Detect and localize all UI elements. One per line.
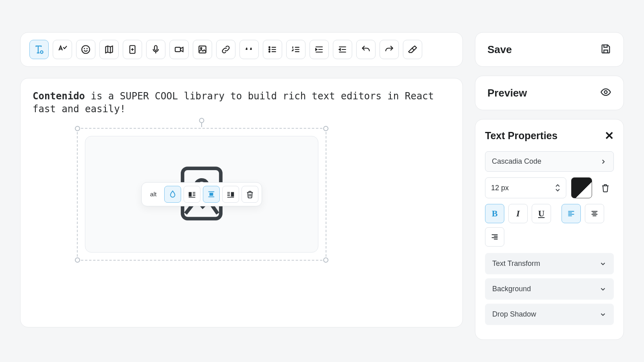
color-drop-button[interactable] [164,186,181,203]
editor-canvas[interactable]: Contenido is a SUPER COOL library to bui… [20,78,463,327]
svg-point-17 [605,91,607,94]
editor-strong-text: Contenido [33,90,85,102]
indent-decrease-button[interactable] [333,40,352,59]
svg-point-10 [269,49,270,50]
chevron-down-icon [599,311,607,318]
svg-point-9 [269,47,270,48]
quote-button[interactable] [239,40,259,59]
drop-shadow-section[interactable]: Drop Shadow [485,304,614,325]
align-left-button[interactable] [561,204,581,223]
close-panel-button[interactable]: ✕ [605,129,614,142]
align-float-center-button[interactable] [203,186,220,203]
editor-paragraph[interactable]: Contenido is a SUPER COOL library to bui… [33,90,450,116]
video-button[interactable] [169,40,189,59]
save-icon [600,43,611,56]
image-float-toolbar: alt [141,182,262,206]
svg-point-0 [40,51,43,53]
mic-button[interactable] [146,40,165,59]
preview-button[interactable]: Preview [475,76,624,110]
align-right-button[interactable] [485,227,504,247]
chevron-down-icon [599,260,607,267]
handle-bottom-left[interactable] [75,257,80,263]
font-size-input[interactable]: 12 px [485,177,566,198]
font-family-value: Cascadia Code [492,157,541,166]
redo-button[interactable] [380,40,399,59]
clear-formatting-button[interactable] [597,177,614,198]
text-transform-label: Text Transform [492,259,540,268]
image-selection-box[interactable]: alt [77,128,326,261]
font-size-stepper[interactable] [555,184,560,192]
align-center-button[interactable] [585,204,604,223]
svg-rect-7 [199,46,206,53]
handle-bottom-right[interactable] [323,257,328,263]
background-section[interactable]: Background [485,278,614,300]
svg-point-1 [82,45,90,53]
italic-button[interactable]: I [508,204,528,223]
image-placeholder-frame: alt [85,136,318,253]
svg-rect-15 [209,193,213,195]
emoji-button[interactable] [76,40,95,59]
underline-button[interactable]: U [532,204,551,223]
svg-point-2 [84,48,85,49]
background-label: Background [492,285,531,293]
eye-icon [600,86,611,99]
text-color-swatch[interactable] [571,177,592,198]
svg-point-8 [200,47,202,49]
bullet-list-button[interactable] [263,40,282,59]
handle-top-left[interactable] [75,126,80,131]
svg-rect-6 [175,47,180,52]
text-properties-panel: Text Properties ✕ Cascadia Code 12 px [475,119,624,340]
delete-image-button[interactable] [242,186,258,203]
panel-title: Text Properties [485,130,557,142]
svg-rect-14 [189,192,192,196]
spellcheck-button[interactable] [53,40,72,59]
svg-rect-16 [231,192,234,196]
numbered-list-button[interactable] [286,40,305,59]
save-label: Save [487,43,512,56]
preview-label: Preview [487,87,527,99]
svg-point-11 [269,51,270,52]
svg-point-3 [87,48,87,49]
file-button[interactable] [123,40,142,59]
indent-increase-button[interactable] [310,40,329,59]
bold-button[interactable]: B [485,204,504,223]
chevron-up-icon [555,184,560,187]
main-toolbar [20,32,463,67]
drop-shadow-label: Drop Shadow [492,310,536,319]
chevron-down-icon [599,286,607,293]
chevron-down-icon [555,188,560,192]
handle-top-right[interactable] [323,126,328,131]
image-button[interactable] [193,40,212,59]
link-button[interactable] [216,40,235,59]
font-family-select[interactable]: Cascadia Code [485,151,614,172]
svg-rect-5 [155,45,157,50]
align-float-left-button[interactable] [184,186,200,203]
editor-rest-text: is a SUPER COOL library to build rich te… [33,90,434,115]
undo-button[interactable] [356,40,376,59]
font-size-value: 12 px [491,184,509,192]
chevron-right-icon [600,158,607,165]
alt-text-button[interactable]: alt [145,186,162,203]
text-transform-section[interactable]: Text Transform [485,253,614,274]
text-tool-button[interactable] [29,40,49,59]
rotate-handle[interactable] [199,118,204,123]
eraser-button[interactable] [403,40,422,59]
map-button[interactable] [99,40,119,59]
align-float-right-button[interactable] [222,186,239,203]
save-button[interactable]: Save [475,32,624,67]
